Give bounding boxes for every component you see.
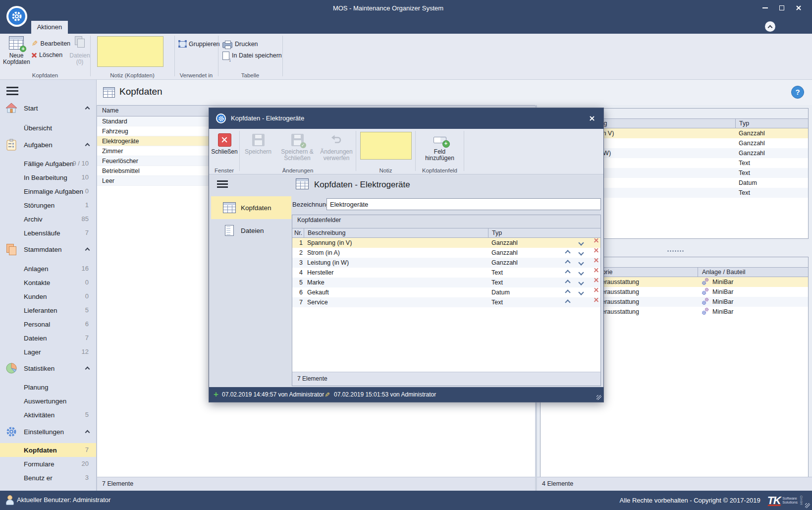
sidebar-section-einstellungen[interactable]: Einstellungen (0, 425, 96, 439)
drucken-button[interactable]: Drucken (222, 39, 258, 49)
dialog-close-button[interactable] (584, 112, 600, 125)
gruppieren-button[interactable]: Gruppieren (179, 39, 220, 49)
move-up-button[interactable] (561, 258, 574, 268)
dialog-title-bar[interactable]: Kopfdaten - Elektrogeräte (209, 108, 603, 129)
help-button[interactable] (791, 86, 804, 99)
sidebar-item[interactable]: Aktivitäten 5 (0, 408, 96, 422)
app-window: MOS - Maintenance Organizer System Aktio… (0, 0, 812, 510)
delete-x-icon (32, 53, 37, 57)
sidebar-item[interactable]: Lieferanten 5 (0, 303, 96, 317)
sidebar-item[interactable]: Auswertungen (0, 394, 96, 408)
delete-field-button[interactable] (588, 238, 600, 248)
splitter-grip[interactable] (667, 250, 684, 252)
move-down-button[interactable] (574, 278, 588, 287)
move-up-button[interactable] (561, 287, 574, 297)
dialog-nav-kopfdaten[interactable]: Kopfdaten (211, 196, 291, 219)
sidebar-nav: Start Übersicht Aufgaben Fällige Aufgabe… (0, 80, 97, 491)
sidebar-item[interactable]: Formulare 20 (0, 457, 96, 471)
feld-hinzufuegen-button[interactable]: Feld hinzufügen (419, 132, 461, 162)
dialog-notiz-box[interactable] (360, 132, 412, 160)
group-label: Kopfdatenfelder (297, 217, 341, 224)
app-menu-button[interactable] (6, 6, 27, 27)
chevron-up-icon (85, 367, 90, 372)
maximize-button[interactable] (773, 2, 790, 14)
move-down-button[interactable] (574, 287, 588, 297)
field-row[interactable]: 4 Hersteller Text (292, 268, 600, 278)
sidebar-item[interactable]: Einmalige Aufgaben 0 (0, 184, 96, 198)
sidebar-item[interactable]: Dateien 7 (0, 331, 96, 345)
hamburger-menu-icon[interactable] (6, 87, 18, 95)
move-up-button[interactable] (561, 268, 574, 278)
minimize-button[interactable] (757, 2, 773, 14)
column-header-nr[interactable]: Nr. (292, 228, 303, 237)
field-row[interactable]: 3 Leistung (in W) Ganzzahl (292, 258, 600, 268)
column-header-typ[interactable]: Typ (735, 119, 808, 128)
in-datei-speichern-button[interactable]: In Datei speichern (222, 51, 282, 60)
document-icon (225, 225, 234, 236)
dialog-resize-grip[interactable] (596, 395, 601, 400)
edit-button[interactable]: Bearbeiten (32, 39, 70, 49)
sidebar-item[interactable]: Anlagen 16 (0, 262, 96, 276)
move-down-button[interactable] (574, 248, 588, 258)
dialog-title: Kopfdaten - Elektrogeräte (231, 114, 304, 122)
sidebar-item[interactable]: Lebensläufe 7 (0, 226, 96, 240)
ribbon-separator (218, 36, 218, 76)
dialog-heading: Kopfdaten - Elektrogeräte (314, 180, 410, 190)
sidebar-section-stammdaten[interactable]: Stammdaten (0, 242, 96, 256)
sidebar-item[interactable]: In Bearbeitung 10 (0, 170, 96, 184)
move-down-button[interactable] (574, 238, 588, 248)
move-up-button[interactable] (561, 278, 574, 287)
sidebar-section-aufgaben[interactable]: Aufgaben (0, 138, 96, 152)
move-down-button[interactable] (574, 258, 588, 268)
notiz-kopfdaten-box[interactable] (97, 36, 163, 67)
fields-table-header[interactable]: Nr. Beschreibung Typ (292, 228, 600, 238)
anlage-bauteil-icon (702, 288, 709, 296)
new-kopfdaten-button[interactable]: Neue Kopfdaten (3, 36, 30, 65)
sidebar-item[interactable]: Übersicht (0, 121, 96, 135)
delete-field-button[interactable] (588, 268, 600, 278)
field-row[interactable]: 5 Marke Text (292, 278, 600, 287)
hamburger-menu-icon[interactable] (217, 180, 228, 188)
delete-button[interactable]: Löschen (32, 50, 62, 60)
undo-icon (330, 134, 343, 146)
sidebar-item[interactable]: Kontakte 0 (0, 276, 96, 289)
delete-field-button[interactable] (588, 278, 600, 287)
dialog-nav-dateien[interactable]: Dateien (211, 219, 291, 242)
column-header-anlage[interactable]: Anlage / Bauteil (698, 268, 808, 277)
schliessen-button[interactable]: Schließen (210, 132, 239, 155)
tab-aktionen[interactable]: Aktionen (31, 21, 68, 34)
speichern-button: Speichern (241, 132, 275, 155)
sidebar-item[interactable]: Benutz er 3 (0, 471, 96, 485)
delete-field-button[interactable] (588, 297, 600, 307)
move-down-button[interactable] (574, 268, 588, 278)
move-up-button[interactable] (561, 297, 574, 307)
sidebar-item[interactable]: Planung (0, 380, 96, 394)
delete-field-button[interactable] (588, 248, 600, 258)
field-row[interactable]: 7 Service Text (292, 297, 600, 307)
column-header-beschreibung[interactable]: Beschreibung (304, 228, 488, 237)
delete-field-button[interactable] (588, 287, 600, 297)
field-row[interactable]: 1 Spannung (in V) Ganzzahl (292, 238, 600, 248)
sidebar-item[interactable]: Archiv 85 (0, 212, 96, 226)
move-up-button[interactable] (561, 248, 574, 258)
delete-field-button[interactable] (588, 258, 600, 268)
sidebar-item[interactable]: Lager 12 (0, 345, 96, 359)
column-header-typ[interactable]: Typ (488, 228, 561, 237)
field-row[interactable]: 6 Gekauft Datum (292, 287, 600, 297)
close-button[interactable] (790, 2, 807, 14)
window-resize-grip[interactable] (805, 503, 810, 508)
sidebar-section-start[interactable]: Start (0, 101, 96, 115)
dialog-toolbar: Schließen Fenster Speichern Speichern & … (209, 129, 603, 174)
sidebar-item[interactable]: Kopfdaten 7 (0, 443, 96, 457)
sidebar-item[interactable]: Kunden 0 (0, 289, 96, 303)
sidebar-item[interactable]: Fällige Aufgaben 9 / 10 (0, 157, 96, 170)
sidebar-item[interactable]: Personal 6 (0, 317, 96, 331)
bezeichnung-input[interactable] (326, 198, 601, 210)
ribbon-collapse-button[interactable] (765, 21, 775, 32)
sidebar-section-statistiken[interactable]: Statistiken (0, 361, 96, 375)
sidebar-item[interactable]: Störungen 1 (0, 198, 96, 212)
delete-x-icon (594, 238, 598, 242)
delete-x-icon (594, 248, 598, 252)
field-row[interactable]: 2 Strom (in A) Ganzzahl (292, 248, 600, 258)
delete-x-icon (594, 268, 598, 272)
